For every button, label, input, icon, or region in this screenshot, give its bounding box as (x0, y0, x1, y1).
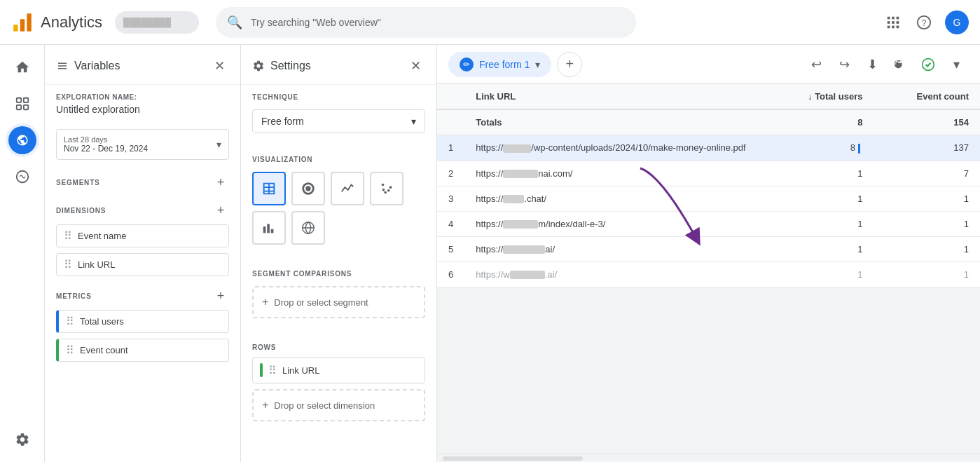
drag-dots-icon: ⠿ (268, 364, 277, 377)
technique-label: TECHNIQUE (241, 85, 436, 104)
row-events: 137 (874, 135, 980, 161)
table-row: 6 https://w.ai/ 1 1 (437, 261, 980, 287)
tab-free-form-1[interactable]: ✏ Free form 1 ▾ (448, 52, 551, 77)
row-num: 5 (437, 236, 464, 261)
download-button[interactable]: ⬇ (860, 52, 885, 77)
data-area: Link URL ↓ Total users Event count Total… (437, 84, 980, 454)
row-url[interactable]: https://m/index/dall-e-3/ (464, 211, 764, 236)
svg-rect-17 (23, 105, 27, 109)
help-icon[interactable]: ? (914, 13, 934, 32)
metrics-add-button[interactable]: + (212, 287, 229, 304)
settings-panel-header: Settings ✕ (241, 45, 436, 85)
settings-panel: Settings ✕ TECHNIQUE Free form ▾ VISUALI… (241, 45, 437, 462)
row-num: 6 (437, 261, 464, 287)
svg-point-25 (382, 189, 385, 191)
redo-button[interactable]: ↪ (831, 52, 857, 77)
variables-panel: Variables ✕ EXPLORATION NAME: Untitled e… (45, 45, 241, 462)
nav-advertising[interactable] (6, 160, 39, 193)
more-button[interactable]: ▾ (944, 52, 969, 77)
metric-chip-total-users[interactable]: ⠿ Total users (56, 310, 229, 333)
svg-rect-1 (20, 19, 25, 32)
metric-chip-event-count[interactable]: ⠿ Event count (56, 339, 229, 362)
viz-map-button[interactable] (291, 211, 325, 245)
viz-line-button[interactable] (331, 172, 364, 205)
row-users: 8 (764, 135, 874, 161)
settings-panel-title: Settings (252, 60, 311, 72)
segments-add-button[interactable]: + (212, 174, 229, 191)
table-row: 4 https://m/index/dall-e-3/ 1 1 (437, 211, 980, 236)
row-num: 3 (437, 186, 464, 211)
technique-chevron: ▾ (411, 116, 416, 127)
share-button[interactable] (888, 52, 913, 77)
totals-row: Totals 8 154 (437, 109, 980, 135)
viz-table-button[interactable] (252, 172, 286, 205)
dimension-drop-zone[interactable]: + Drop or select dimension (252, 389, 425, 421)
col-link-url-header[interactable]: Link URL (464, 84, 764, 109)
rows-label: ROWS (252, 344, 276, 351)
nav-settings[interactable] (6, 423, 39, 456)
viz-row-2 (252, 211, 425, 245)
date-range-selector[interactable]: Last 28 days Nov 22 - Dec 19, 2024 ▾ (56, 129, 229, 160)
viz-donut-button[interactable] (291, 172, 325, 205)
table-row: 5 https://ai/ 1 1 (437, 236, 980, 261)
row-url[interactable]: https://ai/ (464, 236, 764, 261)
settings-close-button[interactable]: ✕ (406, 56, 425, 76)
scroll-thumb[interactable] (443, 456, 583, 461)
dimension-chip-link-url[interactable]: ⠿ Link URL (56, 253, 229, 276)
svg-point-20 (305, 186, 310, 191)
row-chip-link-url[interactable]: ⠿ Link URL (252, 357, 425, 383)
row-url[interactable]: https://nai.com/ (464, 161, 764, 186)
svg-point-22 (389, 186, 392, 189)
search-placeholder: Try searching "Web overview" (251, 17, 381, 28)
drag-dots-icon: ⠿ (64, 258, 72, 271)
publish-button[interactable] (916, 52, 941, 77)
totals-row-num (437, 109, 464, 135)
grid-icon[interactable] (883, 13, 903, 32)
add-tab-button[interactable]: + (557, 52, 582, 77)
totals-label: Totals (464, 109, 764, 135)
segment-drop-zone[interactable]: + Drop or select segment (252, 286, 425, 318)
row-events: 7 (874, 161, 980, 186)
search-bar[interactable]: 🔍 Try searching "Web overview" (216, 7, 636, 38)
dimensions-section-header: DIMENSIONS + (45, 193, 240, 222)
svg-rect-16 (16, 105, 20, 109)
row-events: 1 (874, 261, 980, 287)
svg-rect-9 (888, 25, 890, 28)
undo-button[interactable]: ↩ (803, 52, 829, 77)
technique-dropdown[interactable]: Free form ▾ (252, 109, 425, 133)
totals-events: 154 (874, 109, 980, 135)
settings-icon (252, 60, 265, 72)
viz-bar-button[interactable] (252, 211, 286, 245)
left-nav (0, 45, 45, 462)
dimension-chip-event-name[interactable]: ⠿ Event name (56, 224, 229, 247)
viz-scatter-button[interactable] (370, 172, 403, 205)
col-total-users-header[interactable]: ↓ Total users (764, 84, 874, 109)
drag-dots-icon: ⠿ (66, 315, 74, 328)
dimensions-add-button[interactable]: + (212, 202, 229, 219)
row-users: 1 (764, 261, 874, 287)
row-url[interactable]: https://w.ai/ (464, 261, 764, 287)
main-content: ✏ Free form 1 ▾ + ↩ ↪ ⬇ (437, 45, 980, 462)
row-url[interactable]: https://.chat/ (464, 186, 764, 211)
tabs-bar: ✏ Free form 1 ▾ + ↩ ↪ ⬇ (437, 45, 980, 84)
scroll-indicator[interactable] (437, 454, 980, 462)
dimensions-label: DIMENSIONS (56, 207, 106, 215)
col-event-count-header[interactable]: Event count (874, 84, 980, 109)
totals-users: 8 (764, 109, 874, 135)
nav-home[interactable] (6, 50, 39, 84)
svg-rect-28 (271, 229, 274, 233)
account-chip[interactable]: ████████ (115, 11, 199, 34)
main-layout: Variables ✕ EXPLORATION NAME: Untitled e… (0, 45, 980, 462)
variables-close-button[interactable]: ✕ (209, 56, 229, 76)
segment-comparisons-label: SEGMENT COMPARISONS (252, 270, 352, 278)
exploration-name-value: Untitled exploration (45, 102, 240, 123)
row-url[interactable]: https:///wp-content/uploads/2024/10/make… (464, 135, 764, 161)
svg-rect-4 (892, 16, 895, 19)
search-icon: 🔍 (227, 15, 242, 30)
variables-panel-title: Variables (56, 60, 120, 72)
svg-rect-3 (888, 16, 890, 19)
avatar[interactable]: G (945, 11, 969, 34)
nav-reports[interactable] (6, 87, 39, 121)
nav-explore[interactable] (6, 123, 39, 157)
segment-comparisons-header: SEGMENT COMPARISONS (241, 261, 436, 280)
